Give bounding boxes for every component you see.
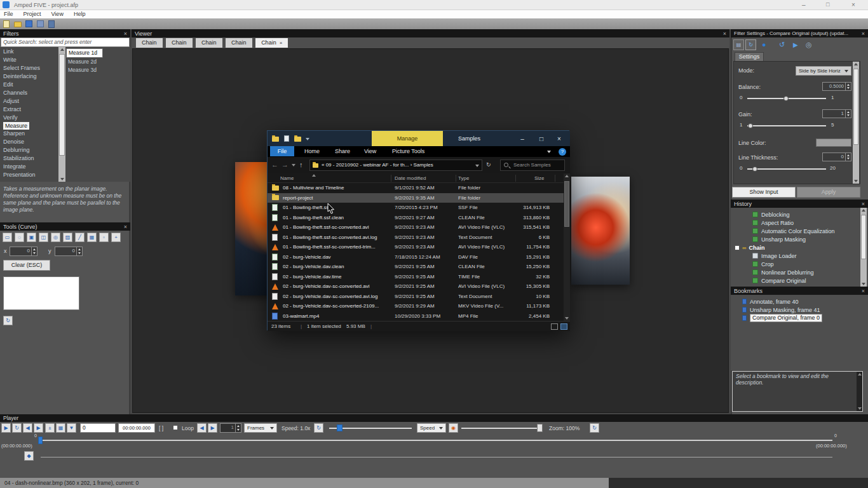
close-icon[interactable]: × [124, 30, 127, 37]
fs-web-icon[interactable]: ● [762, 41, 766, 48]
description-scrollbar[interactable] [857, 372, 862, 411]
new-project-icon[interactable] [3, 20, 10, 28]
filters-scrollbar[interactable] [58, 47, 65, 182]
file-row[interactable]: 02 - burg-Vehicle.dav7/18/2015 12:24 AMD… [268, 252, 564, 262]
ribbon-tab-share[interactable]: Share [335, 146, 350, 156]
bookmark-description-box[interactable]: Select a bookmark to view and edit the d… [732, 371, 863, 412]
explorer-minimize-button[interactable]: – [513, 131, 532, 146]
column-name[interactable]: Name [280, 173, 294, 183]
minimize-button[interactable]: – [802, 1, 806, 8]
zoom-slider-handle[interactable] [537, 424, 543, 432]
step-mode-button[interactable]: ± [45, 423, 55, 433]
address-dropdown-icon[interactable] [475, 165, 479, 167]
close-tab-icon[interactable]: × [280, 38, 283, 48]
flyout-item-selected[interactable]: Measure 1d [66, 48, 103, 58]
frame-number-input[interactable]: 0 [80, 423, 116, 433]
manage-context-tab[interactable]: Manage [372, 131, 443, 146]
history-item[interactable]: Deblocking [731, 210, 868, 219]
bookmark-item-selected[interactable]: Compare Original, frame 0 [731, 314, 868, 322]
line-thickness-slider-handle[interactable] [752, 166, 757, 172]
line-color-swatch[interactable] [816, 139, 851, 147]
show-input-button[interactable]: Show Input [732, 187, 796, 198]
quick-access-chevron-icon[interactable] [306, 138, 309, 140]
settings-icon[interactable] [48, 20, 55, 28]
quick-access-properties-icon[interactable] [284, 135, 289, 142]
x-input[interactable]: 0 [10, 247, 37, 256]
close-icon[interactable]: × [862, 30, 865, 37]
filter-item-selected[interactable]: Measure [3, 122, 29, 130]
history-item[interactable]: Unsharp Masking [731, 235, 868, 243]
flyout-item[interactable]: Measure 3d [66, 66, 103, 74]
tool-pen-button[interactable]: ╱ [75, 233, 85, 242]
viewer-image-right[interactable] [571, 177, 630, 285]
speed-slider-handle[interactable] [337, 424, 342, 431]
tool-lasso-button[interactable]: ◎ [51, 233, 60, 242]
timeline-slider[interactable] [41, 440, 832, 441]
trim-marker-button[interactable]: ◆ [24, 451, 34, 461]
balance-slider-handle[interactable] [783, 96, 789, 101]
gain-input[interactable]: 1 [822, 109, 851, 118]
open-icon[interactable] [14, 22, 22, 27]
spinner-arrows-icon[interactable] [845, 83, 851, 90]
fs-play-icon[interactable]: ▶ [793, 42, 798, 48]
next-frame-button[interactable]: ▶ [34, 423, 43, 433]
filters-search-input[interactable]: Quick Search: select and press enter [1, 37, 130, 47]
recent-locations-icon[interactable] [292, 164, 295, 166]
play-button[interactable]: ▶ [1, 423, 11, 433]
filter-frames-button[interactable]: ▼ [67, 423, 76, 433]
ribbon-collapse-icon[interactable] [547, 151, 551, 153]
audio-button[interactable]: ◉ [449, 423, 458, 433]
file-row[interactable]: 02 - burg-Vehicle.dav-sc-converted.avi.l… [268, 292, 564, 302]
menu-file[interactable]: File [4, 11, 13, 18]
tools-refresh-button[interactable]: ↻ [3, 316, 13, 325]
spinner-arrows-icon[interactable] [235, 424, 241, 432]
tool-fill-button[interactable]: ▨ [63, 233, 72, 242]
file-row[interactable]: 02 - burg-Vehicle.dav-sc-converted.avi9/… [268, 281, 564, 292]
report-icon[interactable] [37, 20, 44, 27]
bookmark-item[interactable]: Unsharp Masking, frame 41 [731, 306, 868, 314]
file-row[interactable]: 02 - burg-Vehicle.dav.time9/2/2021 9:25 … [268, 272, 564, 282]
tool-add-button[interactable]: + [111, 233, 121, 242]
line-thickness-slider[interactable] [747, 168, 826, 170]
spinner-arrows-icon[interactable] [845, 110, 851, 118]
tool-grid-button[interactable]: ▦ [87, 233, 97, 242]
tab-chain-active[interactable]: Chain× [255, 38, 288, 48]
apply-button[interactable]: Apply [797, 187, 860, 198]
gain-slider-handle[interactable] [748, 123, 753, 128]
ribbon-tab-home[interactable]: Home [304, 146, 320, 156]
file-row[interactable]: 01 - Bowling-theft.ssf-sc-converted-trim… [268, 242, 564, 252]
up-icon[interactable]: ↑ [299, 161, 303, 168]
file-row[interactable]: 01 - Bowling-theft.ssf-sc-converted.avi.… [268, 233, 564, 243]
close-icon[interactable]: × [862, 201, 865, 207]
fs-update-button[interactable]: ↻ [745, 39, 756, 50]
history-scrollbar[interactable] [860, 208, 867, 287]
timeline-handle[interactable] [38, 437, 43, 444]
menu-project[interactable]: Project [24, 11, 41, 18]
column-size[interactable]: Size [534, 173, 545, 183]
loop-play-button[interactable]: ↻ [12, 423, 22, 433]
range-button[interactable]: [ ] [159, 425, 163, 431]
jump-end-button[interactable]: ▶ [208, 423, 217, 433]
tool-zoom-button[interactable]: ◌ [15, 233, 24, 242]
history-chain-node[interactable]: ∞Chain [731, 243, 868, 252]
history-item[interactable]: Nonlinear Deblurring [731, 268, 868, 276]
points-listbox[interactable] [3, 276, 79, 310]
file-row[interactable]: 08 - Multiview and Timeline9/1/2021 9:52… [268, 183, 564, 193]
bookmark-item[interactable]: Annotate, frame 40 [731, 297, 868, 306]
jump-start-button[interactable]: ◀ [197, 423, 207, 433]
spinner-arrows-icon[interactable] [76, 247, 82, 255]
tool-blank-button[interactable]: ▫ [99, 233, 109, 242]
save-icon[interactable] [25, 20, 32, 27]
column-date-modified[interactable]: Date modified [395, 173, 426, 183]
zoom-reset-button[interactable]: ↻ [590, 423, 599, 433]
history-item[interactable]: Compare Original [731, 276, 868, 285]
maximize-button[interactable]: □ [826, 1, 829, 8]
refresh-icon[interactable]: ↻ [486, 161, 491, 168]
tab-chain[interactable]: Chain [166, 38, 193, 48]
line-thickness-input[interactable]: 0 [822, 152, 851, 161]
close-icon[interactable]: × [862, 288, 865, 294]
tab-chain[interactable]: Chain [196, 38, 222, 48]
ribbon-tab-file[interactable]: File [270, 146, 294, 156]
flyout-item[interactable]: Measure 2d [66, 58, 103, 66]
checkbox[interactable] [735, 245, 740, 250]
